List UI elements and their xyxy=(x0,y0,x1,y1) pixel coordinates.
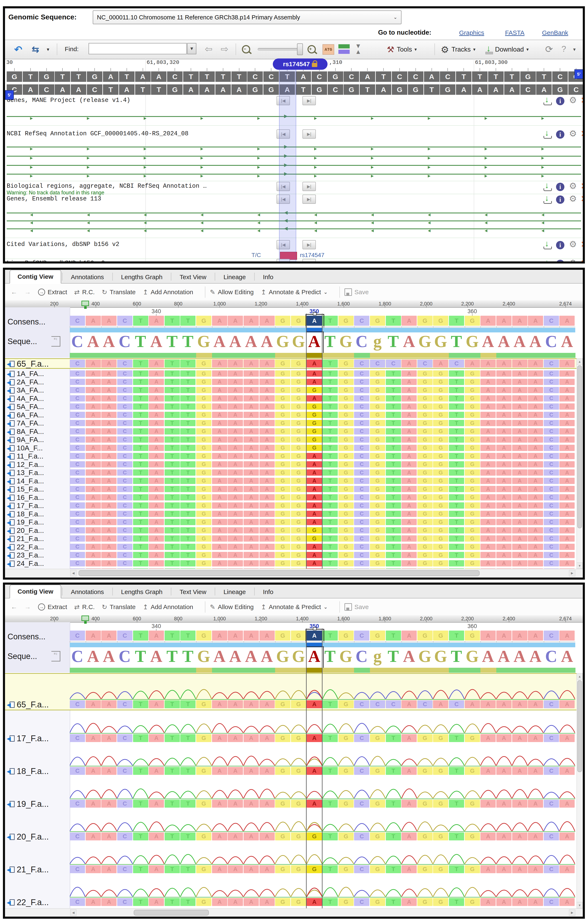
aligned-base[interactable]: G xyxy=(370,552,385,558)
track-next-feature-button[interactable]: ▶| xyxy=(303,240,316,249)
sequence-export-icon[interactable] xyxy=(7,866,15,872)
aligned-base[interactable]: A xyxy=(212,428,227,434)
aligned-base[interactable]: A xyxy=(86,700,101,708)
aligned-base[interactable]: T xyxy=(386,469,401,476)
aligned-base[interactable]: G xyxy=(291,800,306,808)
aligned-base[interactable]: G xyxy=(291,412,306,418)
aligned-base[interactable]: G xyxy=(196,865,212,873)
aligned-base[interactable]: G xyxy=(196,379,212,385)
track-prev-feature-button[interactable]: |◀ xyxy=(277,96,290,105)
tab-lineage[interactable]: Lineage xyxy=(216,586,253,598)
aligned-base[interactable]: G xyxy=(417,436,433,443)
aligned-base[interactable]: G xyxy=(417,502,433,509)
zoom-slider-track[interactable] xyxy=(258,48,299,50)
aligned-base[interactable]: A xyxy=(212,370,227,377)
add-annotation-button[interactable]: ↥Add Annotation xyxy=(143,603,193,611)
aligned-base[interactable]: G xyxy=(433,494,448,501)
aligned-base[interactable]: A xyxy=(212,700,227,708)
tab-contig-view[interactable]: Contig View xyxy=(10,585,61,599)
aligned-base[interactable]: A xyxy=(212,552,227,558)
aligned-base[interactable]: C xyxy=(354,387,369,393)
aligned-base[interactable]: G xyxy=(291,469,306,476)
track-download-icon[interactable] xyxy=(543,130,551,138)
aligned-base[interactable]: T xyxy=(449,370,464,377)
reference-base[interactable]: G xyxy=(408,85,423,95)
aligned-base[interactable]: G xyxy=(291,494,306,501)
forward-button[interactable]: → xyxy=(24,288,31,296)
add-annotation-button[interactable]: ↥Add Annotation xyxy=(143,288,193,296)
aligned-base[interactable]: A xyxy=(433,360,448,368)
aligned-base[interactable]: G xyxy=(291,478,306,484)
aligned-base[interactable]: A xyxy=(228,535,243,542)
aligned-base[interactable]: G xyxy=(417,535,433,542)
aligned-base[interactable]: A xyxy=(101,469,117,476)
aligned-base[interactable]: T xyxy=(323,527,338,534)
aligned-base[interactable]: A xyxy=(528,387,543,393)
aligned-base[interactable]: A xyxy=(528,700,543,708)
aligned-base[interactable]: T xyxy=(133,560,148,566)
aligned-base[interactable]: G xyxy=(417,734,433,742)
aligned-base[interactable]: A xyxy=(149,428,164,434)
aligned-base[interactable]: C xyxy=(354,560,369,566)
aligned-base[interactable]: A xyxy=(512,767,528,775)
aligned-base[interactable]: C xyxy=(544,478,559,484)
aligned-base[interactable]: A xyxy=(244,833,259,840)
aligned-base[interactable]: A xyxy=(228,544,243,550)
aligned-base[interactable]: A xyxy=(259,552,275,558)
aligned-base[interactable]: A xyxy=(259,478,275,484)
aligned-base[interactable]: C xyxy=(544,461,559,467)
aligned-base[interactable]: A xyxy=(228,412,243,418)
aligned-base[interactable]: T xyxy=(180,511,195,517)
aligned-base[interactable]: A xyxy=(528,833,543,840)
aligned-base[interactable]: G xyxy=(417,833,433,840)
aligned-base[interactable]: G xyxy=(465,370,480,377)
aligned-base[interactable]: G xyxy=(433,387,448,393)
aligned-base[interactable]: T xyxy=(323,395,338,402)
aligned-base[interactable]: A xyxy=(86,511,101,517)
aligned-base[interactable]: A xyxy=(401,445,417,451)
aligned-base[interactable]: A xyxy=(149,511,164,517)
aligned-base[interactable]: C xyxy=(117,360,132,368)
aligned-base[interactable]: A xyxy=(307,898,322,906)
reference-base[interactable]: A xyxy=(456,85,471,95)
consensus-base[interactable]: C xyxy=(70,631,85,641)
aligned-base[interactable]: G xyxy=(433,404,448,410)
consensus-base[interactable]: A xyxy=(149,316,164,326)
consensus-base[interactable]: A xyxy=(228,316,243,326)
aligned-base[interactable]: A xyxy=(86,478,101,484)
aligned-base[interactable]: A xyxy=(512,519,528,525)
aligned-base[interactable]: T xyxy=(386,486,401,492)
aligned-base[interactable]: A xyxy=(559,898,575,906)
aligned-base[interactable]: A xyxy=(480,436,496,443)
aligned-base[interactable]: A xyxy=(528,734,543,742)
aligned-base[interactable]: C xyxy=(354,379,369,385)
consensus-base[interactable]: A xyxy=(496,631,511,641)
reference-base[interactable]: A xyxy=(280,85,295,95)
aligned-base[interactable]: A xyxy=(149,420,164,426)
aligned-base[interactable]: A xyxy=(512,360,528,368)
aligned-base[interactable]: A xyxy=(512,486,528,492)
aligned-base[interactable]: G xyxy=(291,898,306,906)
aligned-base[interactable]: C xyxy=(544,865,559,873)
aligned-base[interactable]: A xyxy=(307,511,322,517)
aligned-base[interactable]: T xyxy=(323,494,338,501)
consensus-base[interactable]: C xyxy=(544,631,559,641)
aligned-base[interactable]: A xyxy=(244,370,259,377)
aligned-base[interactable]: T xyxy=(165,486,180,492)
aligned-base[interactable]: A xyxy=(259,560,275,566)
aligned-base[interactable]: C xyxy=(70,544,85,550)
aligned-base[interactable]: T xyxy=(133,436,148,443)
aligned-base[interactable]: A xyxy=(496,404,511,410)
reference-base[interactable]: T xyxy=(488,72,503,82)
aligned-base[interactable]: A xyxy=(86,395,101,402)
aligned-base[interactable]: C xyxy=(117,469,132,476)
aligned-base[interactable]: T xyxy=(449,404,464,410)
aligned-base[interactable]: G xyxy=(433,478,448,484)
aligned-base[interactable]: G xyxy=(291,519,306,525)
aligned-base[interactable]: A xyxy=(528,395,543,402)
track-settings-icon[interactable]: ⚙ xyxy=(569,96,577,104)
aligned-base[interactable]: C xyxy=(544,502,559,509)
track-close-icon[interactable]: ✕ xyxy=(581,182,585,190)
aligned-base[interactable]: G xyxy=(339,428,353,434)
aligned-base[interactable]: T xyxy=(165,700,180,708)
